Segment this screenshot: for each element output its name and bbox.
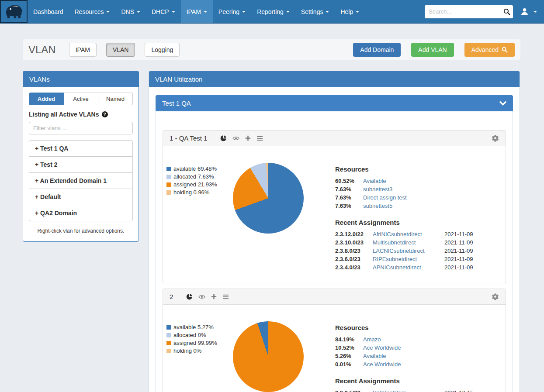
legend-item-allocated: allocated 0% (166, 332, 233, 338)
page-tab-vlan[interactable]: VLAN (106, 43, 135, 57)
nav-item-label: Help (340, 8, 353, 15)
resource-row: 7.63%Direct assign test (335, 194, 466, 201)
nav-item-label: Resources (75, 8, 104, 15)
card-body: available 5.27%allocated 0%assigned 99.9… (163, 305, 506, 392)
nav-item-peering[interactable]: Peering (213, 0, 251, 23)
menu-icon[interactable] (256, 136, 263, 141)
legend-swatch (166, 175, 171, 179)
sidebar-tab-active[interactable]: Active (64, 93, 98, 105)
assignment-row: 2.3.12.0/22AfriNICsubnetdirect2021-11-09 (335, 231, 466, 237)
section-body: 1 - QA Test 1 (156, 111, 513, 392)
nav-item-dashboard[interactable]: Dashboard (28, 0, 69, 23)
provision-mammoth-logo[interactable] (0, 0, 28, 23)
section-collapse-bar[interactable]: Test 1 QA (156, 95, 513, 111)
resource-percent: 60.52% (335, 178, 360, 184)
vlan-list-item-default[interactable]: + Default (29, 189, 132, 205)
dropdown-caret-icon (204, 11, 207, 13)
plus-icon[interactable] (211, 294, 217, 299)
nav-item-dhcp[interactable]: DHCP (146, 0, 181, 23)
user-menu[interactable] (520, 7, 537, 16)
pie-chart-icon[interactable] (186, 293, 193, 300)
gear-icon[interactable] (492, 134, 499, 142)
plus-icon[interactable] (245, 135, 251, 141)
card-title: 1 - QA Test 1 (170, 134, 207, 142)
assignment-date: 2021-12-15 (444, 389, 474, 392)
resource-percent: 10.52% (335, 344, 360, 351)
page-tab-ipam[interactable]: IPAM (69, 43, 97, 57)
main-panel-body: Test 1 QA 1 - QA Test 1 (149, 87, 520, 392)
help-question-icon[interactable]: ? (102, 111, 108, 117)
vlan-list-item-qa2-domain[interactable]: + QA2 Domain (29, 205, 132, 221)
nav-item-dns[interactable]: DNS (115, 0, 146, 23)
legend-swatch (166, 167, 171, 171)
legend-swatch (166, 349, 171, 353)
sidebar-tab-named[interactable]: Named (98, 93, 133, 105)
resource-link[interactable]: Ace Worldwide (363, 344, 466, 351)
nav-item-ipam[interactable]: IPAM (181, 0, 213, 23)
resource-link[interactable]: subnettest5 (363, 203, 466, 209)
resource-link[interactable]: Amazo (363, 336, 466, 343)
assignment-link[interactable]: APNICsubnetdirect (373, 264, 442, 271)
legend-swatch (166, 182, 171, 187)
resource-percent: 7.63% (335, 203, 360, 209)
legend-text: assigned 99.99% (173, 340, 217, 346)
legend-text: holding 0% (173, 347, 201, 354)
nav-item-label: DNS (121, 8, 134, 15)
vlans-sidebar: VLANs AddedActiveNamed Listing all Activ… (23, 71, 139, 242)
nav-item-reporting[interactable]: Reporting (251, 0, 295, 23)
nav-item-help[interactable]: Help (335, 0, 365, 23)
assignment-cidr: 0.0.0.5/32 (335, 389, 370, 392)
assignment-link[interactable]: RIPEsubnetdirect (373, 256, 442, 262)
assignment-link[interactable]: LACNICsubnetdirect (373, 248, 442, 254)
legend-swatch (166, 325, 171, 330)
nav-item-resources[interactable]: Resources (69, 0, 116, 23)
assignment-link[interactable]: Multisubnetdirect (373, 239, 442, 246)
eye-icon[interactable] (198, 294, 205, 299)
add-vlan-button[interactable]: Add VLAN (411, 43, 454, 57)
resource-link[interactable]: Available (363, 353, 466, 359)
page-header: VLAN IPAMVLANLogging Add DomainAdd VLANA… (23, 39, 520, 60)
resource-link[interactable]: subnettest3 (363, 186, 466, 193)
user-menu-caret-icon (534, 11, 537, 13)
utilization-card: 1 - QA Test 1 (163, 130, 506, 283)
sidebar-tab-added[interactable]: Added (29, 93, 64, 105)
search-button[interactable] (500, 5, 513, 18)
dropdown-caret-icon (326, 11, 329, 13)
gear-icon[interactable] (492, 293, 499, 300)
assignment-link[interactable]: SplitTestPool (373, 389, 442, 392)
add-domain-button[interactable]: Add Domain (353, 43, 401, 57)
pie-chart-icon[interactable] (220, 135, 227, 141)
assignment-cidr: 2.3.6.0/23 (335, 256, 370, 262)
sidebar-body: AddedActiveNamed Listing all Active VLAN… (23, 87, 139, 241)
vlan-list-item-an-extended-domain-1[interactable]: + An Extended Domain 1 (29, 172, 132, 189)
listing-label-row: Listing all Active VLANs ? (29, 111, 133, 118)
vlan-utilization-panel: VLAN Utilization Test 1 QA 1 - QA Test 1 (149, 71, 520, 392)
vlan-list-item-test-2[interactable]: + Test 2 (29, 156, 132, 172)
assignment-row: 0.0.0.5/32SplitTestPool2021-12-15 (335, 389, 466, 392)
dropdown-caret-icon (106, 11, 110, 13)
resource-link[interactable]: Direct assign test (363, 194, 466, 201)
menu-icon[interactable] (222, 294, 229, 299)
dropdown-caret-icon (356, 11, 359, 13)
nav-item-settings[interactable]: Settings (295, 0, 335, 23)
global-search-input[interactable] (425, 5, 500, 18)
assignment-date: 2021-11-09 (444, 264, 473, 271)
legend-text: allocated 0% (173, 332, 206, 338)
vlan-filter-input[interactable] (29, 122, 133, 134)
vlan-list-item-test-1-qa[interactable]: + Test 1 QA (29, 141, 132, 156)
advanced-button[interactable]: Advanced (464, 43, 515, 57)
legend-swatch (166, 333, 171, 337)
legend-text: assigned 21.93% (173, 181, 217, 188)
eye-icon[interactable] (232, 136, 239, 141)
assignment-date: 2021-11-09 (444, 256, 473, 262)
resource-link[interactable]: Ace Worldwide (363, 361, 466, 368)
resource-link[interactable]: Available (363, 178, 466, 184)
resource-row: 7.63%subnettest3 (335, 186, 466, 193)
content-area: VLANs AddedActiveNamed Listing all Activ… (23, 71, 520, 392)
assignments-rows: 2.3.12.0/22AfriNICsubnetdirect2021-11-09… (335, 231, 466, 271)
legend-text: holding 0.96% (173, 189, 209, 196)
assignment-link[interactable]: AfriNICsubnetdirect (373, 231, 442, 237)
page-tab-logging[interactable]: Logging (145, 43, 180, 57)
assignment-row: 2.3.8.0/23LACNICsubnetdirect2021-11-09 (335, 248, 466, 254)
assignment-row: 2.3.6.0/23RIPEsubnetdirect2021-11-09 (335, 256, 466, 262)
